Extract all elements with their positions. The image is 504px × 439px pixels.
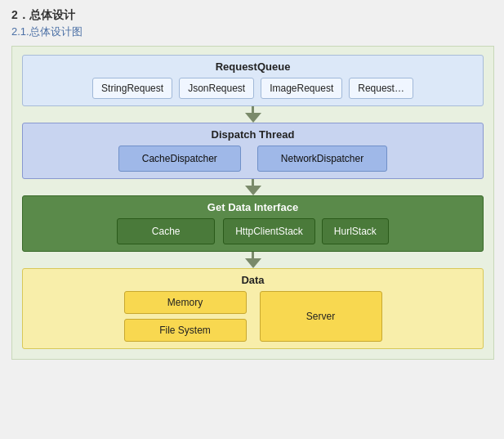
dispatch-boxes-container: CacheDispatcher NetworkDispatcher bbox=[29, 146, 476, 172]
dispatch-thread-title: Dispatch Thread bbox=[29, 128, 476, 141]
request-ellipsis-box: Request… bbox=[349, 78, 413, 99]
cache-dispatcher-box: CacheDispatcher bbox=[118, 146, 241, 172]
layer-request-queue: RequestQueue StringRequest JsonRequest I… bbox=[22, 55, 484, 106]
http-client-stack-box: HttpClientStack bbox=[223, 218, 315, 244]
heading-1: 2．总体设计 bbox=[11, 8, 493, 23]
request-queue-title: RequestQueue bbox=[29, 60, 476, 73]
layer-get-data-interface: Get Data Interface Cache HttpClientStack… bbox=[22, 195, 484, 252]
arrow-3 bbox=[22, 252, 484, 268]
page-wrapper: 2．总体设计 2.1.总体设计图 RequestQueue StringRequ… bbox=[0, 0, 504, 368]
data-interface-boxes-container: Cache HttpClientStack HurlStack bbox=[29, 218, 476, 244]
string-request-box: StringRequest bbox=[92, 78, 172, 99]
image-request-box: ImageRequest bbox=[261, 78, 342, 99]
memory-file-group: Memory File System bbox=[124, 291, 247, 342]
data-title: Data bbox=[29, 274, 476, 286]
arrow-1 bbox=[22, 106, 484, 123]
layer-dispatch-thread: Dispatch Thread CacheDispatcher NetworkD… bbox=[22, 123, 484, 179]
network-dispatcher-box: NetworkDispatcher bbox=[257, 146, 387, 172]
architecture-diagram: RequestQueue StringRequest JsonRequest I… bbox=[11, 46, 494, 360]
json-request-box: JsonRequest bbox=[179, 78, 254, 99]
get-data-interface-title: Get Data Interface bbox=[29, 201, 476, 213]
file-system-box: File System bbox=[124, 319, 247, 342]
heading-2: 2.1.总体设计图 bbox=[11, 25, 493, 39]
layer-data: Data Memory File System Server bbox=[22, 268, 484, 349]
cache-box: Cache bbox=[117, 218, 215, 244]
stack-group: HttpClientStack HurlStack bbox=[223, 218, 389, 244]
arrow-2 bbox=[22, 179, 484, 195]
server-box: Server bbox=[260, 291, 382, 342]
request-boxes-container: StringRequest JsonRequest ImageRequest R… bbox=[29, 78, 476, 99]
memory-box: Memory bbox=[124, 291, 247, 314]
hurl-stack-box: HurlStack bbox=[322, 218, 389, 244]
data-bottom-boxes-container: Memory File System Server bbox=[29, 291, 476, 342]
